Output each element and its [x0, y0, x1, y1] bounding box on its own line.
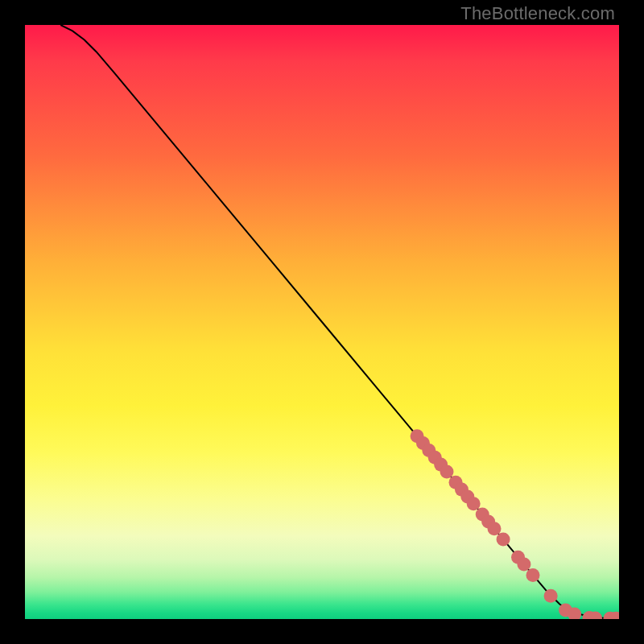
curve-path — [60, 25, 619, 618]
marker-group — [411, 429, 619, 619]
attribution-label: TheBottleneck.com — [460, 3, 615, 24]
chart-svg — [25, 25, 619, 619]
data-marker — [497, 533, 510, 547]
data-marker — [488, 522, 502, 535]
data-marker — [467, 497, 481, 510]
data-marker — [517, 558, 530, 572]
data-marker — [526, 568, 539, 582]
data-marker — [544, 589, 558, 603]
plot-area — [25, 25, 619, 619]
data-marker — [440, 464, 453, 478]
chart-stage: TheBottleneck.com — [0, 0, 644, 644]
